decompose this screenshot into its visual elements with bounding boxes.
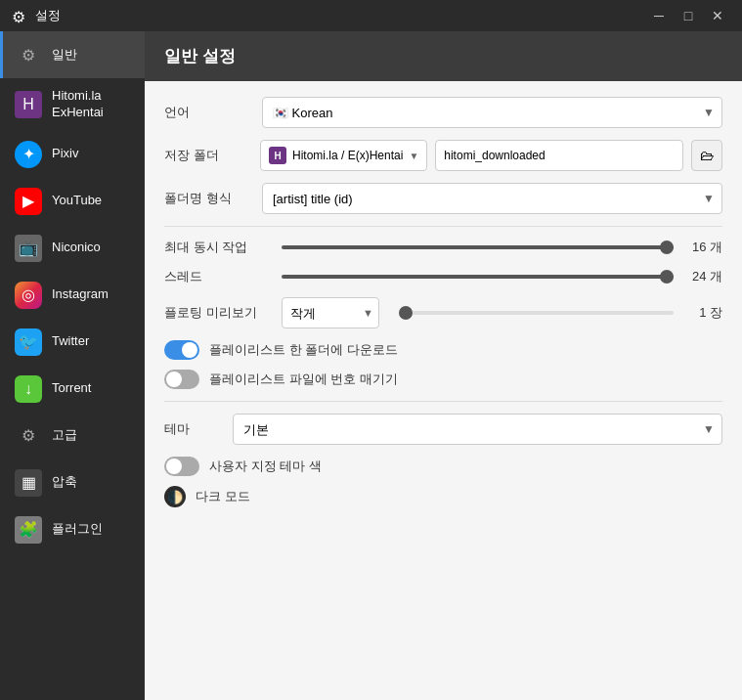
floating-preview-select[interactable]: 작게 중간 크게	[282, 297, 379, 328]
close-button[interactable]: ✕	[705, 3, 730, 28]
sidebar-item-compress[interactable]: ▦압축	[0, 459, 145, 506]
folder-format-row: 폴더명 형식 [artist] title (id) title (id) [a…	[164, 183, 722, 214]
title-text: 설정	[35, 7, 646, 24]
language-select-wrapper: 🇰🇷 Korean 🇺🇸 English 🇯🇵 Japanese ▼	[262, 97, 722, 128]
max-concurrent-value: 16 개	[683, 239, 722, 256]
divider-1	[164, 226, 722, 227]
instagram-icon: ◎	[15, 282, 42, 309]
plugin-icon: 🧩	[15, 516, 42, 544]
dark-mode-label: 다크 모드	[196, 488, 250, 505]
custom-theme-toggle[interactable]	[164, 457, 199, 476]
sidebar-item-twitter[interactable]: 🐦Twitter	[0, 319, 145, 366]
site-icon: H	[269, 147, 286, 164]
title-bar: ⚙ 설정 ─ □ ✕	[0, 0, 742, 31]
window-controls: ─ □ ✕	[646, 3, 730, 28]
sidebar-item-label-torrent: Torrent	[52, 380, 91, 397]
site-name: Hitomi.la / E(x)Hentai	[292, 149, 403, 162]
custom-theme-label: 사용자 지정 테마 색	[209, 458, 322, 475]
compress-icon: ▦	[15, 469, 42, 497]
folder-input[interactable]	[435, 140, 683, 171]
playlist-number-toggle-knob	[166, 372, 182, 387]
playlist-number-label: 플레이리스트 파일에 번호 매기기	[209, 371, 398, 388]
sidebar-item-label-pixiv: Pixiv	[52, 146, 78, 162]
folder-format-select[interactable]: [artist] title (id) title (id) [artist] …	[262, 183, 722, 214]
torrent-icon: ↓	[15, 375, 42, 403]
sidebar-item-advanced[interactable]: ⚙고급	[0, 413, 145, 459]
playlist-number-toggle[interactable]	[164, 370, 199, 389]
twitter-icon: 🐦	[15, 328, 42, 356]
threads-row: 스레드 24 개	[164, 268, 722, 285]
pixiv-icon: ✦	[15, 141, 42, 168]
floating-preview-slider[interactable]	[399, 311, 674, 315]
theme-select[interactable]: 기본 라이트 다크	[233, 414, 722, 445]
app-icon: ⚙	[12, 8, 27, 23]
sidebar-item-label-twitter: Twitter	[52, 333, 89, 350]
sidebar-item-torrent[interactable]: ↓Torrent	[0, 366, 145, 413]
floating-preview-row: 플로팅 미리보기 작게 중간 크게 ▼ 1 장	[164, 297, 722, 328]
storage-row: 저장 폴더 H Hitomi.la / E(x)Hentai ▼ 🗁	[164, 140, 722, 171]
custom-theme-row: 사용자 지정 테마 색	[164, 457, 722, 476]
sidebar-item-general[interactable]: ⚙일반	[0, 31, 145, 78]
hitomi-icon: H	[15, 91, 42, 118]
theme-select-wrapper: 기본 라이트 다크 ▼	[233, 414, 722, 445]
floating-preview-select-wrapper: 작게 중간 크게 ▼	[282, 297, 379, 328]
sidebar: ⚙일반HHitomi.la ExHentai✦Pixiv▶YouTube📺Nic…	[0, 31, 145, 700]
site-selector[interactable]: H Hitomi.la / E(x)Hentai ▼	[260, 140, 427, 171]
maximize-button[interactable]: □	[676, 3, 701, 28]
niconico-icon: 📺	[15, 235, 42, 262]
max-concurrent-label: 최대 동시 작업	[164, 239, 272, 256]
sidebar-item-pixiv[interactable]: ✦Pixiv	[0, 131, 145, 178]
sidebar-item-youtube[interactable]: ▶YouTube	[0, 178, 145, 225]
language-label: 언어	[164, 104, 252, 121]
sidebar-item-hitomi[interactable]: HHitomi.la ExHentai	[0, 78, 145, 131]
sidebar-item-instagram[interactable]: ◎Instagram	[0, 272, 145, 319]
sidebar-item-plugin[interactable]: 🧩플러그인	[0, 506, 145, 553]
threads-value: 24 개	[683, 268, 722, 285]
sidebar-item-label-hitomi: Hitomi.la ExHentai	[52, 88, 133, 121]
language-select[interactable]: 🇰🇷 Korean 🇺🇸 English 🇯🇵 Japanese	[262, 97, 722, 128]
app-body: ⚙일반HHitomi.la ExHentai✦Pixiv▶YouTube📺Nic…	[0, 31, 742, 700]
content-area: 일반 설정 언어 🇰🇷 Korean 🇺🇸 English 🇯🇵 Japanes…	[145, 31, 742, 700]
advanced-icon: ⚙	[15, 422, 42, 450]
content-body: 언어 🇰🇷 Korean 🇺🇸 English 🇯🇵 Japanese ▼ 저장…	[145, 81, 742, 533]
divider-2	[164, 401, 722, 402]
sidebar-item-label-general: 일반	[52, 47, 77, 64]
browse-folder-button[interactable]: 🗁	[691, 140, 722, 171]
playlist-folder-toggle-knob	[182, 342, 197, 358]
sidebar-item-label-youtube: YouTube	[52, 193, 102, 209]
youtube-icon: ▶	[15, 188, 42, 215]
minimize-button[interactable]: ─	[646, 3, 672, 28]
theme-row: 테마 기본 라이트 다크 ▼	[164, 414, 722, 445]
floating-preview-label: 플로팅 미리보기	[164, 304, 272, 322]
custom-theme-toggle-knob	[166, 459, 182, 474]
general-icon: ⚙	[15, 41, 42, 68]
threads-slider[interactable]	[282, 275, 674, 279]
sidebar-item-label-niconico: Niconico	[52, 240, 101, 256]
dark-mode-row: 🌓 다크 모드	[164, 486, 722, 507]
storage-label: 저장 폴더	[164, 147, 252, 164]
sidebar-item-label-instagram: Instagram	[52, 286, 109, 303]
sidebar-item-niconico[interactable]: 📺Niconico	[0, 225, 145, 272]
playlist-folder-label: 플레이리스트 한 폴더에 다운로드	[209, 341, 398, 359]
threads-label: 스레드	[164, 268, 272, 285]
floating-preview-value: 1 장	[683, 304, 722, 322]
max-concurrent-row: 최대 동시 작업 16 개	[164, 239, 722, 256]
sidebar-item-label-compress: 압축	[52, 474, 77, 491]
playlist-folder-toggle[interactable]	[164, 340, 199, 360]
theme-label: 테마	[164, 420, 223, 438]
site-chevron-icon: ▼	[409, 151, 418, 161]
playlist-folder-row: 플레이리스트 한 폴더에 다운로드	[164, 340, 722, 360]
max-concurrent-slider[interactable]	[282, 245, 674, 249]
sidebar-item-label-advanced: 고급	[52, 427, 77, 444]
language-row: 언어 🇰🇷 Korean 🇺🇸 English 🇯🇵 Japanese ▼	[164, 97, 722, 128]
sidebar-item-label-plugin: 플러그인	[52, 521, 103, 538]
playlist-number-row: 플레이리스트 파일에 번호 매기기	[164, 370, 722, 389]
folder-format-label: 폴더명 형식	[164, 190, 252, 207]
folder-format-select-wrapper: [artist] title (id) title (id) [artist] …	[262, 183, 722, 214]
dark-mode-icon: 🌓	[164, 486, 186, 507]
content-header: 일반 설정	[145, 31, 742, 81]
